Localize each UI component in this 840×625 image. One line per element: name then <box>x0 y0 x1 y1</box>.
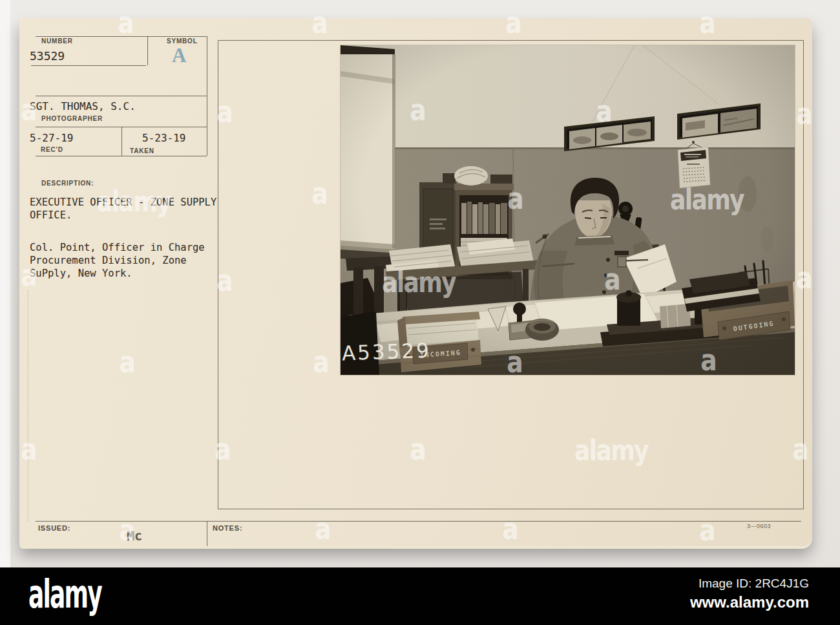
divider-line <box>207 521 207 546</box>
number-underline <box>31 65 146 66</box>
form-number: 3—0603 <box>747 523 771 529</box>
photo-record-card: NUMBER 53529 SYMBOL A SGT. THOMAS, S.C. … <box>19 18 812 546</box>
divider-line <box>207 36 207 156</box>
divider-line <box>121 127 122 156</box>
notes-label: NOTES: <box>213 524 242 532</box>
photographer-label: PHOTOGRAPHER <box>41 115 103 122</box>
divider-line <box>36 521 801 522</box>
scan-edge-strip <box>0 0 10 567</box>
alamy-url: www.alamy.com <box>690 593 809 611</box>
description-line: Col. Point, Officer in Charge <box>30 242 205 253</box>
alamy-logo: alamy <box>28 571 101 617</box>
archival-photograph: INCOMING <box>341 45 795 375</box>
divider-line <box>36 96 207 96</box>
taken-date: 5-23-19 <box>142 132 185 144</box>
divider-line <box>36 36 207 37</box>
alamy-footer-bar: alamy Image ID: 2RC4J1G www.alamy.com <box>0 567 840 625</box>
description-line: EXECUTIVE OFFICER - ZONE SUPPLY <box>30 196 216 208</box>
taken-label: TAKEN <box>130 147 154 154</box>
issued-stamp: Mc <box>127 528 143 544</box>
issued-label: ISSUED: <box>38 524 70 532</box>
photographer-value: SGT. THOMAS, S.C. <box>30 100 136 112</box>
received-label: REC'D <box>41 146 63 153</box>
image-id: Image ID: 2RC4J1G <box>698 577 809 591</box>
divider-line <box>147 36 148 65</box>
description-label: DESCRIPTION: <box>41 180 94 187</box>
photo-handwritten-number: A53529 <box>341 339 431 365</box>
description-line: OFFICE. <box>30 209 72 221</box>
number-value: 53529 <box>30 49 65 63</box>
symbol-value: A <box>172 44 186 67</box>
description-line: SuPply, New York. <box>30 268 132 279</box>
card-crease <box>28 290 28 522</box>
description-line: Procurement Division, Zone <box>30 255 187 266</box>
received-date: 5-27-19 <box>30 132 73 144</box>
office-scene: INCOMING <box>341 45 795 375</box>
divider-line <box>36 156 207 156</box>
number-label: NUMBER <box>41 37 73 45</box>
alamy-stock-photo-page: NUMBER 53529 SYMBOL A SGT. THOMAS, S.C. … <box>0 0 840 625</box>
